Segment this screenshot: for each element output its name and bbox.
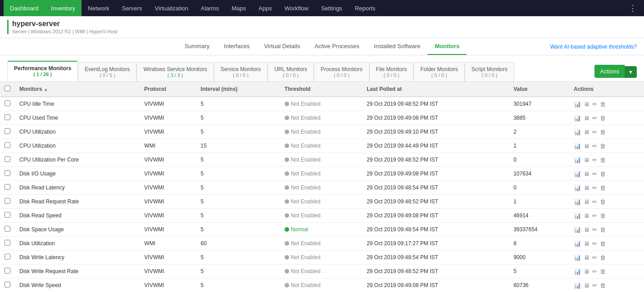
monitor-icon[interactable]: 🖥 [584, 157, 590, 163]
row-checkbox[interactable] [5, 198, 10, 204]
edit-icon[interactable]: ✏ [592, 254, 597, 261]
nav-inventory[interactable]: Inventory [45, 0, 82, 16]
nav-virtualization[interactable]: Virtualization [149, 0, 195, 16]
monitor-icon[interactable]: 🖥 [584, 240, 590, 247]
nav-network[interactable]: Network [82, 0, 116, 16]
monitor-tab-script[interactable]: Script Monitors ( 0 / 0 ) [465, 62, 514, 81]
monitor-icon[interactable]: 🖥 [584, 184, 590, 191]
tab-active-processes[interactable]: Active Processes [307, 38, 367, 55]
monitor-icon[interactable]: 🖥 [584, 115, 590, 121]
tab-interfaces[interactable]: Interfaces [217, 38, 257, 55]
edit-icon[interactable]: ✏ [592, 282, 597, 289]
actions-dropdown-arrow[interactable]: ▼ [625, 66, 637, 78]
delete-icon[interactable]: 🗑 [600, 282, 606, 289]
chart-icon[interactable]: 📊 [574, 254, 581, 261]
chart-icon[interactable]: 📊 [574, 226, 581, 233]
chart-icon[interactable]: 📊 [574, 171, 581, 177]
ai-thresholds-link[interactable]: Want AI-based adaptive thresholds? [550, 44, 637, 50]
edit-icon[interactable]: ✏ [592, 184, 597, 191]
edit-icon[interactable]: ✏ [592, 171, 597, 177]
chart-icon[interactable]: 📊 [574, 268, 581, 275]
chart-icon[interactable]: 📊 [574, 282, 581, 289]
monitor-icon[interactable]: 🖥 [584, 129, 590, 135]
edit-icon[interactable]: ✏ [592, 212, 597, 219]
row-checkbox[interactable] [5, 212, 10, 218]
edit-icon[interactable]: ✏ [592, 143, 597, 149]
monitor-icon[interactable]: 🖥 [584, 254, 590, 261]
monitor-tab-performance[interactable]: Performance Monitors ( 1 / 26 ) [7, 61, 78, 81]
row-checkbox[interactable] [5, 226, 10, 232]
tab-monitors[interactable]: Monitors [427, 38, 467, 55]
actions-button[interactable]: Actions [594, 65, 625, 78]
tab-virtual-details[interactable]: Virtual Details [257, 38, 307, 55]
chart-icon[interactable]: 📊 [574, 129, 581, 135]
monitor-icon[interactable]: 🖥 [584, 171, 590, 177]
edit-icon[interactable]: ✏ [592, 115, 597, 121]
edit-icon[interactable]: ✏ [592, 226, 597, 233]
monitor-tab-process[interactable]: Process Monitors ( 0 / 0 ) [314, 62, 369, 81]
row-checkbox[interactable] [5, 282, 10, 288]
row-checkbox[interactable] [5, 128, 10, 134]
nav-settings[interactable]: Settings [315, 0, 349, 16]
edit-icon[interactable]: ✏ [592, 198, 597, 205]
edit-icon[interactable]: ✏ [592, 268, 597, 275]
row-checkbox[interactable] [5, 240, 10, 246]
monitor-icon[interactable]: 🖥 [584, 101, 590, 108]
nav-reports[interactable]: Reports [349, 0, 382, 16]
nav-more-icon[interactable]: ⋮ [625, 3, 640, 13]
nav-apps[interactable]: Apps [252, 0, 278, 16]
row-checkbox[interactable] [5, 268, 10, 274]
chart-icon[interactable]: 📊 [574, 157, 581, 163]
delete-icon[interactable]: 🗑 [600, 157, 606, 163]
monitor-tab-service[interactable]: Service Monitors ( 0 / 0 ) [214, 62, 268, 81]
delete-icon[interactable]: 🗑 [600, 143, 606, 149]
select-all-checkbox[interactable] [5, 85, 10, 91]
row-checkbox[interactable] [5, 142, 10, 148]
monitor-tab-url[interactable]: URL Monitors ( 0 / 0 ) [268, 62, 314, 81]
delete-icon[interactable]: 🗑 [600, 184, 606, 191]
row-checkbox[interactable] [5, 114, 10, 120]
nav-servers[interactable]: Servers [116, 0, 149, 16]
row-checkbox[interactable] [5, 156, 10, 162]
edit-icon[interactable]: ✏ [592, 101, 597, 108]
monitor-icon[interactable]: 🖥 [584, 268, 590, 275]
delete-icon[interactable]: 🗑 [600, 240, 606, 247]
monitor-tab-winservice[interactable]: Windows Service Monitors ( 3 / 3 ) [136, 62, 213, 81]
monitor-tab-eventlog[interactable]: EventLog Monitors ( 0 / 5 ) [78, 62, 136, 81]
edit-icon[interactable]: ✏ [592, 129, 597, 135]
monitor-icon[interactable]: 🖥 [584, 198, 590, 205]
monitor-icon[interactable]: 🖥 [584, 226, 590, 233]
row-checkbox[interactable] [5, 254, 10, 260]
monitor-icon[interactable]: 🖥 [584, 282, 590, 289]
chart-icon[interactable]: 📊 [574, 115, 581, 121]
chart-icon[interactable]: 📊 [574, 212, 581, 219]
delete-icon[interactable]: 🗑 [600, 226, 606, 233]
nav-alarms[interactable]: Alarms [195, 0, 225, 16]
delete-icon[interactable]: 🗑 [600, 115, 606, 121]
delete-icon[interactable]: 🗑 [600, 129, 606, 135]
nav-workflow[interactable]: Workflow [278, 0, 315, 16]
chart-icon[interactable]: 📊 [574, 198, 581, 205]
row-checkbox[interactable] [5, 100, 10, 106]
nav-dashboard[interactable]: Dashboard [4, 0, 45, 16]
chart-icon[interactable]: 📊 [574, 240, 581, 247]
monitor-icon[interactable]: 🖥 [584, 212, 590, 219]
delete-icon[interactable]: 🗑 [600, 212, 606, 219]
delete-icon[interactable]: 🗑 [600, 101, 606, 108]
edit-icon[interactable]: ✏ [592, 240, 597, 247]
delete-icon[interactable]: 🗑 [600, 171, 606, 177]
delete-icon[interactable]: 🗑 [600, 268, 606, 275]
row-checkbox[interactable] [5, 184, 10, 190]
monitor-icon[interactable]: 🖥 [584, 143, 590, 149]
nav-maps[interactable]: Maps [225, 0, 252, 16]
monitor-tab-folder[interactable]: Folder Monitors ( 0 / 0 ) [413, 62, 464, 81]
chart-icon[interactable]: 📊 [574, 143, 581, 149]
delete-icon[interactable]: 🗑 [600, 198, 606, 205]
row-checkbox[interactable] [5, 170, 10, 176]
chart-icon[interactable]: 📊 [574, 184, 581, 191]
chart-icon[interactable]: 📊 [574, 101, 581, 108]
delete-icon[interactable]: 🗑 [600, 254, 606, 261]
tab-summary[interactable]: Summary [177, 38, 217, 55]
monitor-tab-file[interactable]: File Monitors ( 0 / 0 ) [369, 62, 414, 81]
tab-installed-software[interactable]: Installed Software [367, 38, 427, 55]
